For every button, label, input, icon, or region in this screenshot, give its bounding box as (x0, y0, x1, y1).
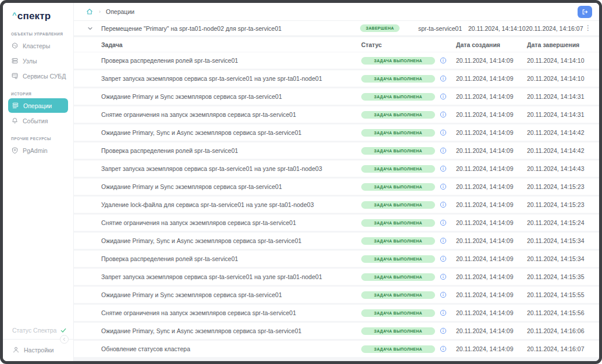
sidebar-item-nodes[interactable]: Узлы (3, 53, 73, 68)
task-status-badge: ЗАДАЧА ВЫПОЛНЕНА (361, 291, 435, 299)
task-created-at: 20.11.2024, 14:14:09 (456, 219, 513, 226)
task-finished-at: 20.11.2024, 14:15:34 (527, 255, 584, 262)
breadcrumb-current[interactable]: Операции (106, 8, 134, 15)
clusters-icon (11, 42, 19, 49)
table-row[interactable]: Запрет запуска экземпляров сервиса spr-t… (74, 269, 599, 285)
operation-header-row[interactable]: Перемещение "Primary" на spr-ta01-node02… (74, 21, 599, 36)
check-icon (60, 327, 67, 334)
task-status-badge: ЗАДАЧА ВЫПОЛНЕНА (361, 75, 435, 83)
sidebar-item-clusters[interactable]: Кластеры (3, 38, 73, 53)
task-created-at: 20.11.2024, 14:14:09 (456, 201, 513, 208)
task-label: Проверка распределения ролей spr-ta-serv… (101, 147, 238, 154)
table-row[interactable]: Запрет запуска экземпляров сервиса spr-t… (74, 160, 599, 177)
window-frame: ^спектр ОБЪЕКТЫ УПРАВЛЕНИЯКластерыУзлыСе… (0, 0, 602, 364)
operation-created-at: 20.11.2024, 14:14:10 (468, 25, 525, 32)
nodes-icon (11, 57, 19, 65)
home-icon[interactable] (86, 8, 94, 16)
task-created-at: 20.11.2024, 14:14:09 (456, 165, 513, 172)
table-row[interactable]: Снятие ограничения на запуск экземпляров… (74, 215, 599, 231)
info-icon[interactable] (440, 273, 447, 280)
task-created-at: 20.11.2024, 14:14:09 (456, 345, 513, 352)
info-icon[interactable] (440, 183, 447, 190)
table-row[interactable]: Проверка распределения ролей spr-ta-serv… (74, 251, 599, 267)
task-label: Запрет запуска экземпляров сервиса spr-t… (101, 75, 322, 82)
info-icon[interactable] (440, 165, 447, 172)
task-finished-at: 20.11.2024, 14:15:23 (527, 201, 584, 208)
sidebar-item-events[interactable]: События (3, 113, 73, 128)
logo-text: спектр (17, 10, 51, 22)
spektr-status-label: Статус Спектра (12, 327, 56, 334)
logout-icon (581, 8, 589, 16)
sidebar-item-label: События (23, 117, 48, 124)
table-row[interactable]: Ожидание Primary и Sync экземпляров серв… (74, 287, 599, 303)
task-finished-at: 20.11.2024, 14:15:24 (527, 219, 584, 226)
sidebar-item-label: Узлы (23, 58, 37, 65)
column-task: Задача (101, 41, 123, 48)
chevron-down-icon[interactable] (87, 25, 94, 32)
info-icon[interactable] (440, 255, 447, 262)
table-row[interactable]: Ожидание Primary и Sync экземпляров серв… (74, 179, 599, 195)
table-row[interactable]: Обновление статусов кластера ЗАДАЧА ВЫПО… (74, 341, 599, 357)
sidebar-item-db-services[interactable]: Сервисы СУБД (3, 69, 73, 83)
table-row[interactable]: Запрет запуска экземпляров сервиса spr-t… (74, 70, 599, 87)
table-row[interactable]: Удаление lock-файла для сервиса spr-ta-s… (74, 197, 599, 213)
table-row[interactable]: Ожидание Primary, Sync и Async экземпляр… (74, 124, 599, 141)
info-icon[interactable] (440, 237, 447, 244)
sidebar-collapse-button[interactable] (60, 335, 69, 344)
db-services-icon (11, 72, 19, 80)
info-icon[interactable] (440, 57, 447, 64)
operation-status-badge: ЗАВЕРШЕНА (360, 24, 400, 32)
task-created-at: 20.11.2024, 14:14:09 (456, 309, 513, 316)
task-label: Проверка распределения ролей spr-ta-serv… (101, 57, 238, 64)
task-created-at: 20.11.2024, 14:14:09 (456, 291, 513, 298)
operation-service: spr-ta-service01 (418, 25, 462, 32)
operation-finished-at: 20.11.2024, 14:16:07 (526, 25, 583, 32)
info-icon[interactable] (440, 75, 447, 82)
table-row[interactable]: Снятие ограничения на запуск экземпляров… (74, 305, 599, 321)
task-label: Снятие ограничения на запуск экземпляров… (101, 309, 296, 316)
task-status-badge: ЗАДАЧА ВЫПОЛНЕНА (361, 309, 435, 317)
info-icon[interactable] (440, 309, 447, 316)
task-table: Проверка распределения ролей spr-ta-serv… (74, 52, 599, 361)
chevron-left-icon (62, 337, 67, 342)
info-icon[interactable] (440, 93, 447, 100)
info-icon[interactable] (440, 111, 447, 118)
task-created-at: 20.11.2024, 14:14:09 (456, 237, 513, 244)
sidebar-footer: Статус Спектра Настройки (3, 322, 73, 361)
info-icon[interactable] (440, 129, 447, 136)
sidebar-item-label: Сервисы СУБД (23, 73, 66, 80)
settings-label: Настройки (24, 347, 54, 354)
task-label: Запрет запуска экземпляров сервиса spr-t… (101, 273, 322, 280)
table-row[interactable]: Проверка распределения ролей spr-ta-serv… (74, 142, 599, 159)
pgadmin-icon (11, 147, 19, 154)
info-icon[interactable] (440, 201, 447, 208)
task-label: Ожидание Primary и Sync экземпляров серв… (101, 93, 282, 100)
task-status-badge: ЗАДАЧА ВЫПОЛНЕНА (361, 183, 435, 191)
table-header: Задача Статус Дата создания Дата заверше… (74, 37, 599, 52)
info-icon[interactable] (440, 327, 447, 334)
logo-caret-icon: ^ (12, 10, 17, 19)
breadcrumb: › Операции (86, 8, 134, 16)
logout-button[interactable] (578, 6, 592, 18)
kebab-menu-icon[interactable]: ⋮ (584, 23, 592, 33)
table-row[interactable]: Ожидание Primary и Sync экземпляров серв… (74, 88, 599, 105)
task-status-badge: ЗАДАЧА ВЫПОЛНЕНА (361, 147, 435, 155)
table-row[interactable]: Ожидание Primary, Sync и Async экземпляр… (74, 233, 599, 249)
task-finished-at: 20.11.2024, 14:15:34 (527, 237, 584, 244)
task-label: Снятие ограничения на запуск экземпляров… (101, 111, 296, 118)
task-finished-at: 20.11.2024, 14:14:42 (527, 147, 584, 154)
task-finished-at: 20.11.2024, 14:16:07 (527, 345, 584, 352)
info-icon[interactable] (440, 219, 447, 226)
table-row[interactable]: Ожидание Primary, Sync и Async экземпляр… (74, 323, 599, 339)
table-row[interactable]: Проверка распределения ролей spr-ta-serv… (74, 52, 599, 69)
table-row[interactable]: Снятие ограничения на запуск экземпляров… (74, 106, 599, 123)
task-created-at: 20.11.2024, 14:14:09 (456, 183, 513, 190)
main-area: › Операции Перемещение "Primary" на spr-… (74, 3, 599, 361)
info-icon[interactable] (440, 147, 447, 154)
task-status-badge: ЗАДАЧА ВЫПОЛНЕНА (361, 255, 435, 263)
info-icon[interactable] (440, 345, 447, 352)
task-created-at: 20.11.2024, 14:14:09 (456, 147, 513, 154)
info-icon[interactable] (440, 291, 447, 298)
sidebar-item-operations[interactable]: Операции (8, 98, 68, 113)
sidebar-item-pgadmin[interactable]: PgAdmin (3, 143, 73, 158)
